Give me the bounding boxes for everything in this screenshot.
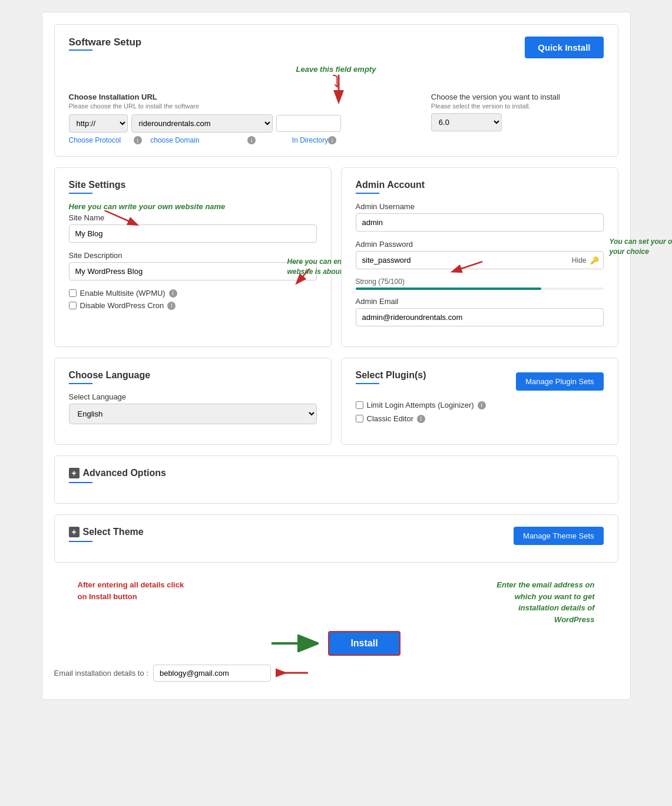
site-name-arrow: [104, 210, 151, 228]
hide-password-button[interactable]: Hide: [572, 256, 587, 265]
settings-row: Site Settings Here you can write your ow…: [54, 167, 618, 358]
select-language-label: Select Language: [69, 392, 317, 401]
protocol-label: Choose Protocol: [69, 136, 134, 144]
multisite-info-icon[interactable]: i: [169, 289, 177, 298]
password-actions: Hide 🔑: [572, 256, 599, 265]
plugin-0-info-icon[interactable]: i: [478, 401, 486, 409]
choose-language-title: Choose Language: [69, 370, 317, 381]
plugin-1-checkbox[interactable]: [356, 415, 363, 422]
plugin-row-0: Limit Login Attempts (Loginizer) i: [356, 401, 604, 409]
theme-plus-icon[interactable]: +: [69, 527, 80, 537]
version-select[interactable]: 6.0 5.9 5.8: [431, 113, 502, 131]
admin-account-title: Admin Account: [356, 180, 604, 190]
choose-language-card: Choose Language Select Language English …: [54, 358, 332, 445]
select-plugins-underline: [356, 383, 379, 384]
enable-multisite-row: Enable Multisite (WPMU) i: [69, 289, 317, 298]
svg-line-3: [104, 210, 134, 223]
software-setup-title: Software Setup: [69, 37, 142, 48]
disable-cron-checkbox[interactable]: [69, 302, 77, 309]
admin-password-group: Admin Password site_password Hide 🔑: [356, 240, 604, 269]
plugin-row-1: Classic Editor i: [356, 414, 604, 423]
site-settings-card: Site Settings Here you can write your ow…: [54, 167, 332, 347]
site-desc-input[interactable]: My WordPress Blog: [69, 262, 317, 280]
version-sub: Please select the version to install.: [431, 103, 604, 110]
advanced-options-card: + Advanced Options: [54, 455, 618, 504]
enable-multisite-label: Enable Multisite (WPMU): [80, 289, 165, 298]
bottom-left-annotation: After entering all details click on Inst…: [78, 579, 196, 602]
domain-select[interactable]: rideroundrentals.com: [131, 114, 273, 133]
admin-username-group: Admin Username admin: [356, 202, 604, 232]
admin-username-input[interactable]: admin: [356, 213, 604, 232]
advanced-options-row: + Advanced Options: [69, 468, 604, 478]
protocol-select[interactable]: http:// https://: [69, 114, 128, 133]
plugin-header: Select Plugin(s) Manage Plugin Sets: [356, 370, 604, 392]
choose-url-label: Choose Installation URL: [69, 93, 413, 101]
version-label: Choose the version you want to install: [431, 93, 604, 101]
admin-account-card: Admin Account Admin Username admin You c…: [341, 167, 618, 347]
directory-input[interactable]: [276, 115, 341, 132]
password-annotation: You can set your own password of your ch…: [610, 237, 673, 257]
plugin-1-label: Classic Editor: [367, 414, 413, 423]
disable-cron-row: Disable WordPress Cron i: [69, 301, 317, 310]
choose-url-sub: Please choose the URL to install the sof…: [69, 103, 413, 110]
plugin-0-label: Limit Login Attempts (Loginizer): [367, 401, 474, 409]
select-language-group: Select Language English Spanish French G…: [69, 392, 317, 424]
admin-email-group: Admin Email admin@rideroundrentals.com: [356, 297, 604, 326]
password-arrow: [450, 259, 485, 276]
domain-label: choose Domain: [150, 136, 247, 144]
manage-plugin-sets-button[interactable]: Manage Plugin Sets: [516, 372, 603, 391]
install-section: After entering all details click on Inst…: [54, 573, 618, 688]
bottom-right-annotation: Enter the email address on which you wan…: [477, 579, 595, 625]
admin-email-input[interactable]: admin@rideroundrentals.com: [356, 308, 604, 326]
cron-info-icon[interactable]: i: [167, 302, 176, 310]
domain-info-icon[interactable]: i: [247, 136, 256, 144]
plugin-1-info-icon[interactable]: i: [417, 415, 425, 423]
admin-account-underline: [356, 193, 379, 194]
directory-label: In Directory: [292, 136, 328, 144]
key-icon: 🔑: [590, 256, 599, 265]
language-select[interactable]: English Spanish French German: [69, 404, 317, 424]
admin-email-label: Admin Email: [356, 297, 604, 306]
plugin-0-checkbox[interactable]: [356, 401, 363, 409]
protocol-info-icon[interactable]: i: [134, 136, 142, 144]
site-desc-label: Site Description: [69, 251, 317, 260]
quick-install-button[interactable]: Quick Install: [525, 37, 603, 58]
select-theme-card: + Select Theme Manage Theme Sets: [54, 514, 618, 563]
svg-line-7: [456, 262, 482, 270]
arrow-down-svg: [327, 75, 350, 104]
email-arrow-svg: [276, 664, 311, 682]
theme-header: + Select Theme Manage Theme Sets: [69, 527, 604, 550]
site-name-annotation: Here you can write your own website name: [69, 202, 317, 211]
strength-bar-fill: [356, 288, 542, 290]
install-button[interactable]: Install: [328, 631, 400, 656]
advanced-options-title: Advanced Options: [83, 468, 166, 478]
email-install-label: Email installation details to :: [54, 669, 148, 678]
email-install-input[interactable]: beblogy@gmail.com: [153, 665, 271, 682]
email-row: Email installation details to : beblogy@…: [54, 664, 618, 682]
disable-cron-label: Disable WordPress Cron: [80, 301, 164, 310]
choose-language-underline: [69, 383, 92, 384]
strength-bar-bg: [356, 288, 604, 290]
admin-password-label: Admin Password: [356, 240, 604, 249]
version-section: Choose the version you want to install P…: [431, 93, 604, 131]
admin-username-label: Admin Username: [356, 202, 604, 211]
manage-theme-sets-button[interactable]: Manage Theme Sets: [514, 527, 603, 545]
green-arrow-svg: [272, 635, 319, 652]
bottom-annotations: After entering all details click on Inst…: [54, 579, 618, 625]
password-strength-label: Strong (75/100): [356, 278, 604, 286]
site-settings-underline: [69, 193, 92, 194]
site-settings-title: Site Settings: [69, 180, 317, 190]
select-plugins-title: Select Plugin(s): [356, 370, 426, 381]
software-setup-card: Software Setup Quick Install Leave this …: [54, 24, 618, 157]
title-underline: [69, 49, 92, 51]
enable-multisite-checkbox[interactable]: [69, 289, 77, 297]
advanced-plus-icon[interactable]: +: [69, 468, 80, 478]
select-theme-title: Select Theme: [83, 527, 144, 537]
select-theme-row: + Select Theme: [69, 527, 144, 537]
directory-info-icon[interactable]: i: [328, 136, 336, 144]
advanced-options-underline: [69, 482, 92, 483]
language-plugins-row: Choose Language Select Language English …: [54, 358, 618, 455]
select-plugins-card: Select Plugin(s) Manage Plugin Sets Limi…: [341, 358, 618, 445]
select-theme-underline: [69, 541, 92, 542]
